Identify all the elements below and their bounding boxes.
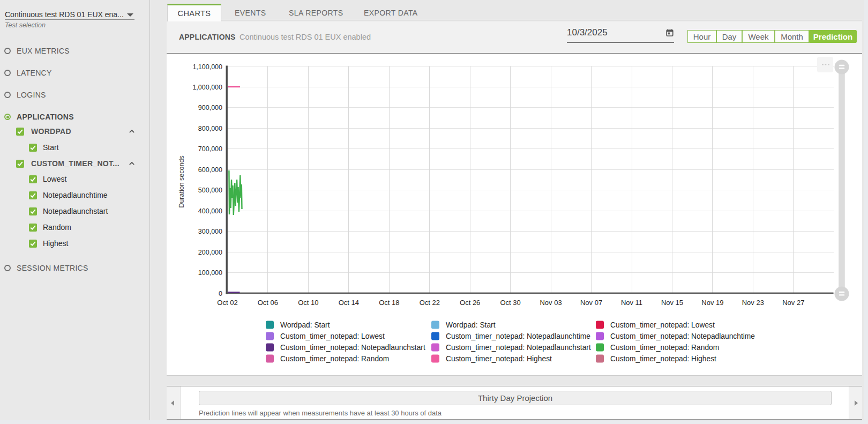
svg-text:300,000: 300,000: [198, 228, 222, 235]
svg-text:800,000: 800,000: [198, 125, 222, 132]
svg-text:Nov 15: Nov 15: [661, 299, 683, 307]
svg-text:700,000: 700,000: [198, 145, 222, 153]
svg-text:100,000: 100,000: [198, 269, 222, 277]
svg-text:Custom_timer_notepad: Notepadl: Custom_timer_notepad: Notepadlaunchstart: [280, 344, 425, 352]
svg-text:600,000: 600,000: [198, 166, 222, 174]
svg-text:Custom_timer_notepad: Highest: Custom_timer_notepad: Highest: [446, 355, 552, 363]
svg-text:Nov 23: Nov 23: [742, 299, 764, 307]
svg-text:Custom_timer_notepad: Lowest: Custom_timer_notepad: Lowest: [280, 332, 385, 340]
svg-text:Oct 02: Oct 02: [217, 299, 237, 307]
svg-text:900,000: 900,000: [198, 104, 222, 111]
svg-text:Wordpad: Start: Wordpad: Start: [280, 321, 330, 329]
svg-text:Custom_timer_notepad: Lowest: Custom_timer_notepad: Lowest: [610, 321, 715, 329]
svg-text:Oct 06: Oct 06: [258, 299, 278, 307]
svg-text:Oct 14: Oct 14: [339, 299, 359, 307]
svg-text:400,000: 400,000: [198, 207, 222, 215]
svg-text:500,000: 500,000: [198, 187, 222, 194]
svg-text:Oct 30: Oct 30: [500, 299, 520, 307]
svg-text:Nov 27: Nov 27: [782, 299, 804, 307]
svg-text:Duration seconds: Duration seconds: [178, 155, 185, 207]
svg-text:Custom_timer_notepad: Random: Custom_timer_notepad: Random: [280, 355, 389, 363]
svg-text:Oct 22: Oct 22: [420, 299, 440, 307]
svg-text:Oct 10: Oct 10: [298, 299, 318, 307]
svg-text:0: 0: [219, 290, 222, 297]
svg-text:Nov 11: Nov 11: [621, 299, 642, 307]
svg-text:1,000,000: 1,000,000: [192, 84, 222, 91]
svg-text:Custom_timer_notepad: Notepadl: Custom_timer_notepad: Notepadlaunchtime: [610, 332, 755, 340]
svg-text:Custom_timer_notepad: Notepadl: Custom_timer_notepad: Notepadlaunchstart: [446, 344, 591, 352]
svg-text:Custom_timer_notepad: Notepadl: Custom_timer_notepad: Notepadlaunchtime: [446, 332, 590, 340]
svg-text:1,100,000: 1,100,000: [192, 63, 222, 71]
svg-text:200,000: 200,000: [198, 249, 222, 256]
svg-text:Oct 26: Oct 26: [460, 299, 480, 307]
svg-text:Custom_timer_notepad: Highest: Custom_timer_notepad: Highest: [610, 355, 716, 363]
svg-text:Nov 07: Nov 07: [580, 299, 602, 307]
svg-text:Oct 18: Oct 18: [379, 299, 399, 307]
svg-text:Wordpad: Start: Wordpad: Start: [446, 321, 496, 329]
svg-text:Nov 03: Nov 03: [540, 299, 562, 307]
svg-text:Nov 19: Nov 19: [701, 299, 723, 307]
svg-text:Custom_timer_notepad: Random: Custom_timer_notepad: Random: [610, 344, 719, 352]
